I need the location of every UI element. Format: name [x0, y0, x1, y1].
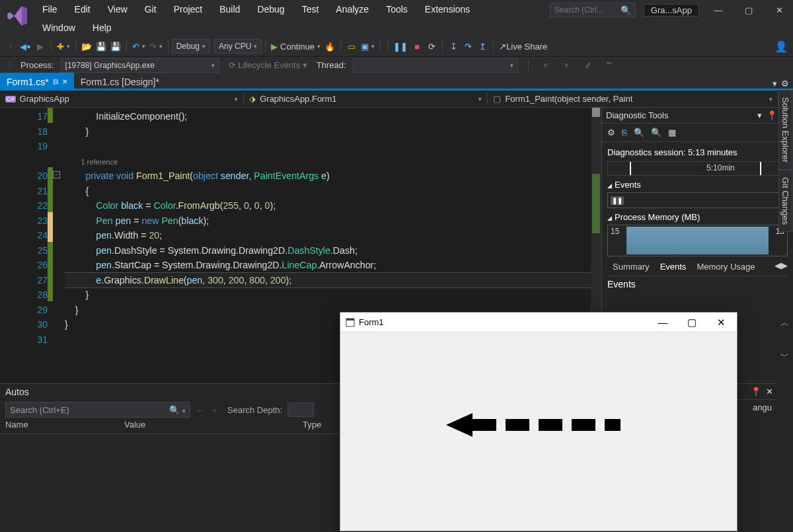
git-changes-tab[interactable]: Git Changes — [778, 170, 792, 232]
search-depth-combo[interactable] — [287, 402, 314, 417]
zoom-in-icon[interactable]: 🔍 — [634, 128, 644, 137]
menu-tools[interactable]: Tools — [379, 3, 414, 16]
nav-forward-button[interactable]: ▶ — [33, 39, 48, 54]
app-button[interactable]: ▣▾ — [359, 39, 377, 54]
menu-edit[interactable]: Edit — [68, 3, 97, 16]
menu-test[interactable]: Test — [295, 3, 326, 16]
main-menu-row2: WindowHelp — [34, 19, 550, 37]
menu-window[interactable]: Window — [36, 21, 82, 34]
col-value[interactable]: Value — [124, 420, 303, 434]
tab-summary[interactable]: Summary — [607, 260, 655, 276]
menu-build[interactable]: Build — [213, 3, 246, 16]
thread-combo[interactable]: ▾ — [353, 58, 518, 73]
vs-logo-icon — [5, 4, 29, 28]
filter1-button[interactable]: ▾ — [539, 58, 553, 73]
hot-reload-button[interactable]: 🔥 — [322, 39, 337, 54]
search-prev-button[interactable]: ← — [196, 405, 204, 415]
tab-form1-cs[interactable]: Form1.cs* ⊟ ✕ — [0, 73, 74, 89]
form-icon — [346, 318, 355, 327]
nav-class[interactable]: ⬗GraphicsApp.Form1▾ — [244, 93, 488, 105]
maximize-button[interactable]: ▢ — [737, 3, 760, 17]
runtime-form-window[interactable]: Form1 — ▢ ✕ — [340, 312, 737, 531]
diag-timeline[interactable]: 5:10min — [607, 161, 788, 176]
close-tab-icon[interactable]: ✕ — [62, 78, 67, 85]
nav-back-button[interactable]: ◀● — [18, 39, 33, 54]
step-out-button[interactable]: ↥ — [475, 39, 490, 54]
thread-label: Thread: — [317, 60, 346, 70]
liveshare-button[interactable]: ↗ Live Share — [497, 39, 549, 54]
menu-git[interactable]: Git — [138, 3, 163, 16]
solution-selector[interactable]: Gra...sApp — [644, 4, 699, 17]
menu-project[interactable]: Project — [167, 3, 209, 16]
search-next-button[interactable]: → — [209, 405, 218, 415]
gear-icon[interactable]: ⚙ — [607, 128, 615, 137]
tab-settings-icon[interactable]: ⚙ — [781, 79, 789, 89]
svg-rect-5 — [539, 419, 562, 431]
col-type[interactable]: Type — [303, 420, 321, 434]
account-icon[interactable]: 👤 — [773, 39, 790, 54]
tab-events[interactable]: Events — [655, 260, 692, 276]
zoom-out-icon[interactable]: 🔍 — [651, 128, 661, 137]
panel-scroll-up[interactable]: ︿ — [778, 317, 790, 329]
form-titlebar[interactable]: Form1 — ▢ ✕ — [340, 313, 737, 332]
close-button[interactable]: ✕ — [768, 3, 790, 17]
window-pos-icon[interactable]: ▾ — [757, 110, 762, 120]
tab-form1-design[interactable]: Form1.cs [Design]* — [74, 73, 166, 89]
redo-button[interactable]: ↷▾ — [147, 39, 165, 54]
class-icon: ⬗ — [249, 94, 256, 104]
global-search-input[interactable] — [554, 5, 614, 15]
form-minimize-button[interactable]: — — [652, 317, 673, 328]
close-panel-icon[interactable]: ✕ — [766, 387, 773, 397]
config-combo[interactable]: Debug▾ — [172, 39, 210, 54]
csharp-icon: C# — [5, 96, 16, 102]
solution-explorer-tab[interactable]: Solution Explorer — [778, 90, 792, 170]
global-search[interactable]: 🔍 — [550, 3, 636, 17]
step-into-button[interactable]: ↧ — [446, 39, 461, 54]
chart-icon[interactable]: ▦ — [668, 128, 676, 137]
snapshot-button[interactable]: ⎘ — [622, 128, 627, 137]
step-over-button[interactable]: ↷ — [461, 39, 475, 54]
new-item-button[interactable]: ✚▾ — [55, 39, 72, 54]
save-all-button[interactable]: 💾 — [108, 39, 123, 54]
stack-trace-button[interactable]: ⫽ — [581, 58, 595, 73]
tabs-scroll-right[interactable]: ▶ — [781, 260, 788, 276]
panel-scroll-down[interactable]: ﹀ — [778, 350, 790, 362]
open-file-button[interactable]: 📂 — [79, 39, 94, 54]
diag-title: Diagnostic Tools — [606, 110, 668, 120]
tabs-scroll-left[interactable]: ◀ — [774, 260, 781, 276]
nav-member[interactable]: ▢Form1_Paint(object sender, Paint▾ — [488, 93, 778, 105]
filter2-button[interactable]: ▾ — [560, 58, 574, 73]
form-close-button[interactable]: ✕ — [710, 317, 732, 328]
pin-icon[interactable]: ⊟ — [53, 78, 58, 85]
nav-project[interactable]: C#GraphicsApp▾ — [0, 93, 244, 105]
save-button[interactable]: 💾 — [94, 39, 108, 54]
menu-help[interactable]: Help — [86, 21, 118, 34]
minimize-button[interactable]: — — [707, 3, 730, 17]
events-chart: ❚❚ — [607, 192, 788, 208]
form-maximize-button[interactable]: ▢ — [681, 317, 702, 328]
restart-button[interactable]: ⟳ — [424, 39, 439, 54]
menu-analyze[interactable]: Analyze — [329, 3, 375, 16]
menu-extensions[interactable]: Extensions — [418, 3, 476, 16]
lifecycle-button[interactable]: ⟳ Lifecycle Events ▾ — [226, 60, 310, 70]
process-combo[interactable]: [19788] GraphicsApp.exe▾ — [61, 58, 219, 73]
pin-icon[interactable]: 📍 — [751, 387, 761, 397]
menu-debug[interactable]: Debug — [250, 3, 291, 16]
col-name[interactable]: Name — [5, 420, 124, 434]
menu-view[interactable]: View — [101, 3, 134, 16]
tab-memory-usage[interactable]: Memory Usage — [691, 260, 760, 276]
menu-file[interactable]: File — [36, 3, 64, 16]
continue-button[interactable]: ▶ Continue▾ — [269, 39, 322, 54]
break-all-button[interactable]: ❚❚ — [391, 39, 410, 54]
cycle-button[interactable]: ''' — [602, 58, 617, 73]
pin-icon[interactable]: 📍 — [767, 110, 777, 120]
stop-debug-button[interactable]: ■ — [410, 39, 424, 54]
autos-search[interactable]: Search (Ctrl+E) 🔍▾ — [5, 402, 190, 418]
open-xaml-button[interactable]: ▭ — [344, 39, 359, 54]
memory-section-header[interactable]: Process Memory (MB) — [607, 208, 788, 222]
platform-combo[interactable]: Any CPU▾ — [214, 39, 262, 54]
search-icon: 🔍 — [621, 5, 631, 15]
events-section-header[interactable]: Events — [607, 176, 788, 190]
tab-overflow-icon[interactable]: ▾ — [773, 79, 777, 89]
undo-button[interactable]: ↶▾ — [130, 39, 147, 54]
